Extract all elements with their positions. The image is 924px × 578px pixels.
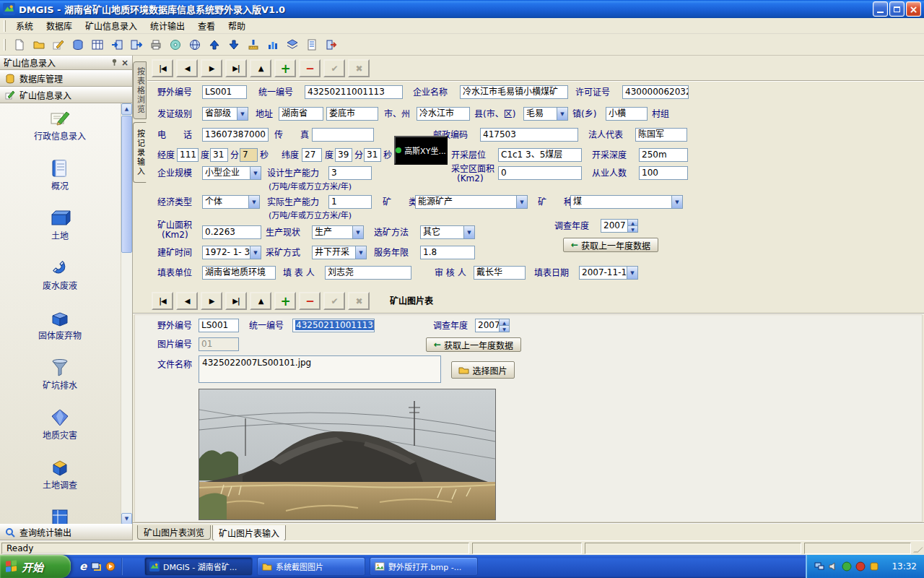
sidebar-item-overview[interactable]: 概况 — [0, 153, 120, 203]
restore-button[interactable] — [889, 1, 905, 17]
scroll-down-icon[interactable]: ▼ — [121, 513, 132, 525]
sidebar-group-database[interactable]: 数据库管理 — [0, 70, 132, 87]
economic-type-combo[interactable]: 个体▼ — [202, 195, 260, 209]
postcode-input[interactable]: 417503 — [480, 128, 578, 142]
survey-year-spinner[interactable]: 2007▲▼ — [601, 219, 638, 233]
city-region-input[interactable]: 冷水江市 — [417, 107, 470, 121]
menu-view[interactable]: 查看 — [191, 17, 222, 34]
unified-no-input[interactable]: 43250211001113 — [305, 85, 403, 99]
ie-icon[interactable]: e — [79, 560, 87, 573]
service-life-input[interactable]: 1.8 — [420, 246, 475, 259]
globe-button[interactable] — [186, 35, 204, 53]
start-button[interactable]: 开始 — [0, 555, 71, 578]
spin-down-icon[interactable]: ▼ — [628, 226, 637, 232]
goaf-area-input[interactable]: 0 — [498, 166, 582, 180]
import-button[interactable] — [108, 35, 126, 53]
lon-sec-input[interactable]: 7 — [240, 148, 258, 162]
chevron-down-icon[interactable]: ▼ — [463, 226, 474, 238]
actual-capacity-input[interactable]: 1 — [328, 195, 372, 209]
taskbar-task-dmgis[interactable]: DMGIS - 湖南省矿... — [144, 557, 253, 576]
lat-deg-input[interactable]: 27 — [302, 148, 322, 162]
close-button[interactable]: × — [906, 1, 921, 17]
chevron-down-icon[interactable]: ▼ — [250, 246, 261, 259]
pic-no-input[interactable]: 01 — [199, 337, 239, 351]
cancel-record-button[interactable]: ✖ — [348, 59, 370, 77]
fill-person-input[interactable]: 刘志尧 — [325, 266, 411, 280]
pic-add-record-button[interactable]: + — [274, 292, 296, 310]
chevron-down-icon[interactable]: ▼ — [557, 108, 567, 120]
sidebar-item-mine-drainage[interactable]: 矿坑排水 — [0, 353, 120, 402]
sidebar-group-mine-entry[interactable]: 矿山信息录入 — [0, 87, 132, 103]
toolbar-grip[interactable] — [4, 39, 6, 51]
fill-unit-input[interactable]: 湖南省地质环境 — [202, 266, 276, 280]
resize-grip[interactable] — [913, 547, 923, 552]
exit-button[interactable] — [322, 35, 340, 53]
sidebar-item-admin-info[interactable]: 行政信息录入 — [0, 103, 120, 153]
menu-mine-entry[interactable]: 矿山信息录入 — [79, 17, 144, 34]
mining-method-combo[interactable]: 井下开采▼ — [312, 246, 367, 259]
pic-post-record-button[interactable]: ✔ — [323, 292, 345, 310]
sidebar-item-partial[interactable] — [0, 502, 120, 525]
print-button[interactable] — [147, 35, 165, 53]
menu-system[interactable]: 系统 — [9, 17, 40, 34]
sidebar-item-wastewater[interactable]: 废水废液 — [0, 253, 120, 303]
scrollbar-thumb[interactable] — [121, 116, 132, 253]
prev-record-button[interactable]: ◀ — [176, 59, 198, 77]
auditor-input[interactable]: 戴长华 — [474, 266, 526, 280]
taskbar-task-folder[interactable]: 系统截图图片 — [257, 557, 365, 576]
mine-kind-combo[interactable]: 煤▼ — [570, 195, 683, 209]
media-player-icon[interactable] — [105, 561, 116, 571]
network-icon[interactable] — [814, 561, 824, 571]
sidebar-scrollbar[interactable]: ▲ ▼ — [121, 103, 132, 525]
pic-get-prev-year-button[interactable]: ←获取上一年度数据 — [426, 337, 521, 352]
move-down-button[interactable] — [225, 35, 243, 53]
pic-cancel-record-button[interactable]: ✖ — [348, 292, 370, 310]
spin-down-icon[interactable]: ▼ — [500, 326, 509, 332]
pic-delete-record-button[interactable]: − — [299, 292, 321, 310]
design-capacity-input[interactable]: 3 — [328, 166, 372, 180]
pic-survey-year-spinner[interactable]: 2007▲▼ — [475, 319, 510, 332]
disc-button[interactable] — [166, 35, 184, 53]
sidebar-item-solid-waste[interactable]: 固体废弃物 — [0, 303, 120, 353]
export-button[interactable] — [127, 35, 145, 53]
pin-icon[interactable] — [110, 59, 118, 66]
move-up-button[interactable] — [205, 35, 223, 53]
get-prev-year-button[interactable]: ←获取上一年度数据 — [563, 238, 658, 252]
lon-min-input[interactable]: 31 — [210, 148, 228, 162]
production-status-combo[interactable]: 生产▼ — [312, 225, 364, 239]
sidebar-item-geo-hazard[interactable]: 地质灾害 — [0, 402, 120, 452]
pic-first-record-button[interactable]: |◀ — [152, 292, 173, 310]
layers-button[interactable] — [283, 35, 301, 53]
tab-grid-browse[interactable]: 按表格浏览 — [133, 61, 147, 119]
build-time-combo[interactable]: 1972- 1- 3▼ — [202, 246, 261, 259]
menu-help[interactable]: 帮助 — [222, 17, 252, 34]
gauss-xy-button[interactable]: 高斯XY坐... — [394, 136, 448, 165]
post-record-button[interactable]: ✔ — [323, 59, 345, 77]
province-input[interactable]: 湖南省 — [279, 107, 323, 121]
next-record-button[interactable]: ▶ — [201, 59, 222, 77]
edit-button[interactable] — [49, 35, 67, 53]
first-record-button[interactable]: |◀ — [152, 59, 173, 77]
town-input[interactable]: 小横 — [606, 107, 648, 121]
phone-input[interactable]: 13607387000 — [202, 128, 269, 142]
chevron-down-icon[interactable]: ▼ — [516, 196, 527, 208]
report-button[interactable] — [302, 35, 321, 53]
pic-refresh-record-button[interactable]: ▲ — [250, 292, 271, 310]
mining-depth-input[interactable]: 250m — [639, 148, 688, 162]
open-button[interactable] — [30, 35, 48, 53]
new-document-button[interactable] — [10, 35, 28, 53]
scroll-up-icon[interactable]: ▲ — [121, 103, 132, 115]
chevron-down-icon[interactable]: ▼ — [250, 167, 261, 179]
menu-grip[interactable] — [4, 20, 6, 32]
table-button[interactable] — [88, 35, 106, 53]
add-record-button[interactable]: + — [274, 59, 296, 77]
chevron-down-icon[interactable]: ▼ — [627, 267, 637, 279]
yellow-status-icon[interactable] — [869, 561, 879, 571]
mine-area-input[interactable]: 0.2263 — [202, 225, 261, 239]
cert-level-combo[interactable]: 省部级▼ — [202, 107, 248, 121]
mine-class-combo[interactable]: 能源矿产▼ — [415, 195, 528, 209]
mining-layer-input[interactable]: C1c1 3、5煤层 — [498, 148, 582, 162]
company-input[interactable]: 冷水江市毛易镇小横煤矿 — [460, 85, 568, 99]
show-desktop-icon[interactable] — [91, 561, 101, 571]
chevron-down-icon[interactable]: ▼ — [352, 226, 363, 238]
